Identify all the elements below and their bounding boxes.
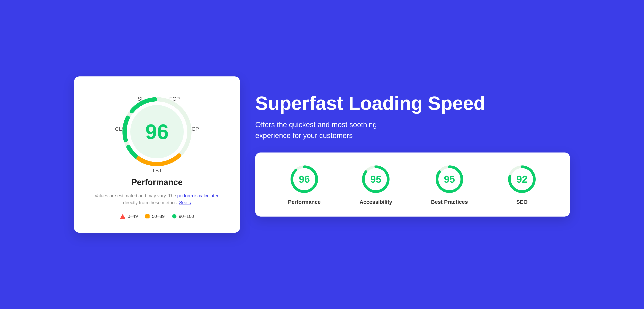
score-ring-performance: 96: [289, 164, 320, 194]
legend-range-red: 0–49: [128, 214, 138, 219]
score-value-seo: 92: [516, 173, 528, 185]
gauge-score: 96: [145, 121, 169, 142]
gauge-inner: 96: [130, 105, 184, 158]
heading-block: Superfast Loading Speed Offers the quick…: [255, 93, 570, 141]
score-label-accessibility: Accessibility: [360, 199, 392, 205]
circle-icon: [172, 214, 176, 219]
score-ring-accessibility: 95: [360, 164, 391, 194]
perf-description: Values are estimated and may vary. The p…: [91, 192, 223, 206]
score-value-performance: 96: [299, 173, 310, 185]
score-item-seo: 92 SEO: [507, 164, 537, 205]
perf-link2[interactable]: See c: [179, 200, 191, 205]
score-item-accessibility: 95 Accessibility: [360, 164, 392, 205]
square-icon: [145, 214, 150, 219]
score-ring-seo: 92: [507, 164, 537, 194]
score-label-seo: SEO: [516, 199, 528, 205]
score-label-performance: Performance: [288, 199, 321, 205]
main-subheading: Offers the quickest and most soothing ex…: [255, 119, 389, 141]
main-container: SI FCP CLS LCP TBT: [74, 76, 570, 233]
score-label-best-practices: Best Practices: [431, 199, 468, 205]
perf-link1[interactable]: perform is calculated: [177, 193, 219, 198]
legend-item-orange: 50–89: [145, 214, 164, 219]
legend: 0–49 50–89 90–100: [91, 214, 223, 219]
triangle-icon: [120, 214, 125, 219]
desc-text: Values are estimated and may vary. The: [94, 193, 178, 198]
performance-title: Performance: [91, 177, 223, 187]
gauge-container: SI FCP CLS LCP TBT: [117, 92, 197, 172]
legend-range-orange: 50–89: [152, 214, 164, 219]
legend-item-green: 90–100: [172, 214, 194, 219]
score-ring-best-practices: 95: [434, 164, 465, 194]
right-section: Superfast Loading Speed Offers the quick…: [255, 93, 570, 217]
legend-item-red: 0–49: [120, 214, 138, 219]
score-item-performance: 96 Performance: [288, 164, 321, 205]
score-value-best-practices: 95: [444, 173, 455, 185]
legend-range-green: 90–100: [179, 214, 194, 219]
lighthouse-card: SI FCP CLS LCP TBT: [74, 76, 240, 233]
scores-card: 96 Performance 95 Accessibility: [255, 152, 570, 217]
score-value-accessibility: 95: [370, 173, 381, 185]
desc-middle: directly from these metrics.: [123, 200, 179, 205]
score-item-best-practices: 95 Best Practices: [431, 164, 468, 205]
main-heading: Superfast Loading Speed: [255, 93, 570, 114]
